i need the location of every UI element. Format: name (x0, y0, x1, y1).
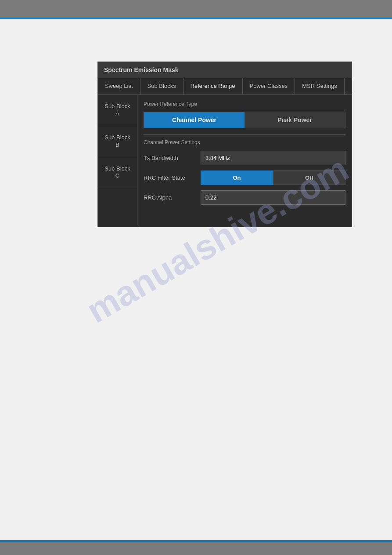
sidebar-item-sub-block-a[interactable]: Sub Block A (98, 95, 137, 126)
bottom-bar (0, 542, 392, 555)
rrc-filter-state-label: RRC Filter State (144, 174, 201, 181)
tx-bandwidth-input[interactable] (201, 151, 345, 165)
rrc-alpha-input[interactable] (201, 190, 345, 205)
content-area: Sub Block A Sub Block B Sub Block C Powe… (98, 95, 352, 227)
sidebar-item-sub-block-c[interactable]: Sub Block C (98, 157, 137, 189)
power-type-buttons: Channel Power Peak Power (144, 112, 345, 128)
tx-bandwidth-row: Tx Bandwidth (144, 151, 345, 165)
tab-msr-settings[interactable]: MSR Settings (295, 78, 344, 94)
rrc-filter-state-row: RRC Filter State On Off (144, 170, 345, 185)
tab-sweep-list[interactable]: Sweep List (98, 78, 140, 94)
tab-reference-range[interactable]: Reference Range (183, 78, 243, 94)
channel-power-button[interactable]: Channel Power (144, 112, 245, 128)
divider (144, 134, 345, 135)
peak-power-button[interactable]: Peak Power (245, 112, 345, 128)
top-bar-accent (0, 18, 392, 19)
rrc-alpha-label: RRC Alpha (144, 194, 201, 201)
rrc-filter-off-button[interactable]: Off (273, 170, 345, 185)
top-bar (0, 0, 392, 18)
spectrum-emission-mask-dialog: Spectrum Emission Mask Sweep List Sub Bl… (97, 62, 352, 227)
rrc-alpha-row: RRC Alpha (144, 190, 345, 205)
tab-sub-blocks[interactable]: Sub Blocks (140, 78, 183, 94)
dialog-title: Spectrum Emission Mask (104, 66, 179, 73)
tx-bandwidth-label: Tx Bandwidth (144, 155, 201, 161)
channel-power-settings-label: Channel Power Settings (144, 139, 345, 145)
dialog-title-bar: Spectrum Emission Mask (98, 62, 352, 78)
rrc-filter-on-button[interactable]: On (201, 170, 273, 185)
power-reference-type-label: Power Reference Type (144, 101, 345, 107)
rrc-filter-toggle: On Off (201, 170, 345, 185)
bottom-bar-accent (0, 540, 392, 542)
tab-power-classes[interactable]: Power Classes (243, 78, 295, 94)
sidebar-item-sub-block-b[interactable]: Sub Block B (98, 126, 137, 157)
main-panel: Power Reference Type Channel Power Peak … (137, 95, 352, 227)
sidebar: Sub Block A Sub Block B Sub Block C (98, 95, 137, 227)
tab-bar: Sweep List Sub Blocks Reference Range Po… (98, 78, 352, 95)
